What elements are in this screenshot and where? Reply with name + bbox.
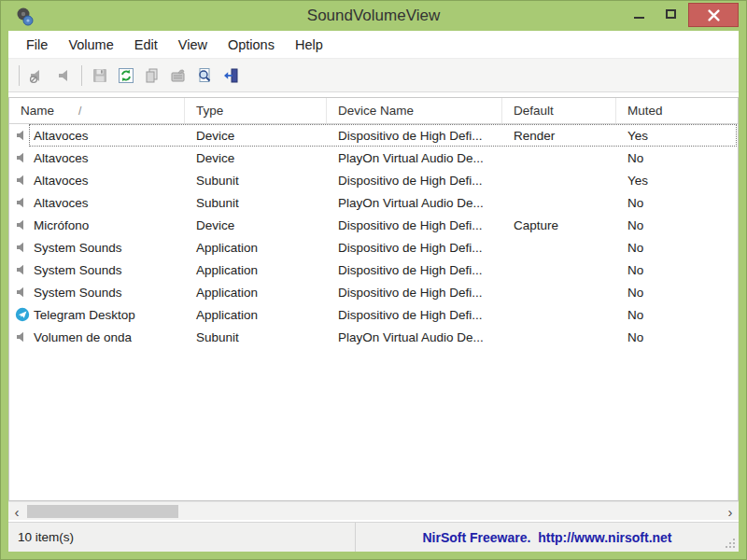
close-button[interactable] — [688, 3, 739, 27]
scroll-right-icon[interactable]: › — [722, 502, 739, 521]
speaker-icon — [15, 285, 30, 300]
row-type: Device — [185, 151, 327, 165]
row-muted: No — [616, 151, 738, 165]
find-button[interactable] — [191, 63, 218, 89]
save-button[interactable] — [87, 63, 113, 89]
app-window: SoundVolumeView File Volume Edit View Op… — [0, 0, 747, 560]
row-name: Volumen de onda — [34, 330, 132, 344]
column-header-muted[interactable]: Muted — [616, 98, 738, 123]
find-icon — [195, 66, 214, 85]
row-device: Dispositivo de High Defi... — [327, 129, 502, 143]
row-type: Subunit — [185, 330, 327, 344]
minimize-button[interactable] — [625, 1, 653, 27]
menu-options[interactable]: Options — [218, 31, 285, 58]
row-type: Subunit — [185, 196, 327, 210]
speaker-icon — [15, 195, 30, 210]
toolbar-grip — [19, 65, 20, 86]
table-row[interactable]: Altavoces Subunit Dispositivo de High De… — [9, 169, 738, 191]
title-bar[interactable]: SoundVolumeView — [1, 1, 746, 31]
row-device: Dispositivo de High Defi... — [327, 263, 502, 277]
row-device: Dispositivo de High Defi... — [327, 174, 502, 188]
resize-grip[interactable] — [726, 539, 735, 548]
table-row[interactable]: Altavoces Subunit PlayOn Virtual Audio D… — [9, 191, 738, 214]
row-name: System Sounds — [34, 241, 122, 255]
save-icon — [91, 66, 109, 85]
row-muted: Yes — [616, 129, 738, 143]
row-name: Altavoces — [34, 151, 89, 165]
row-muted: No — [616, 286, 738, 300]
row-name: Telegram Desktop — [34, 308, 135, 322]
horizontal-scrollbar[interactable]: ‹ › — [8, 501, 739, 520]
table-row[interactable]: System Sounds Application Dispositivo de… — [9, 236, 738, 259]
column-label: Name — [21, 104, 54, 118]
copy-icon — [143, 66, 162, 85]
status-bar: 10 item(s) NirSoft Freeware. http://www.… — [8, 522, 739, 552]
item-count: 10 item(s) — [8, 523, 356, 552]
table-row[interactable]: Micrófono Device Dispositivo de High Def… — [9, 214, 738, 236]
table-row[interactable]: System Sounds Application Dispositivo de… — [9, 281, 738, 303]
table-row[interactable]: System Sounds Application Dispositivo de… — [9, 259, 738, 281]
row-device: PlayOn Virtual Audio De... — [327, 196, 502, 210]
scrollbar-thumb[interactable] — [27, 505, 178, 518]
toolbar-separator — [81, 65, 82, 86]
maximize-button[interactable] — [656, 1, 684, 27]
row-device: Dispositivo de High Defi... — [327, 286, 502, 300]
speaker-icon — [15, 217, 30, 232]
row-device: Dispositivo de High Defi... — [327, 218, 502, 232]
telegram-icon — [15, 307, 30, 322]
menu-edit[interactable]: Edit — [124, 31, 168, 58]
mute-button[interactable] — [24, 63, 50, 89]
row-device: PlayOn Virtual Audio De... — [327, 151, 502, 165]
column-header-name[interactable]: Name / — [9, 98, 185, 123]
refresh-button[interactable] — [113, 63, 139, 89]
menu-help[interactable]: Help — [285, 31, 333, 58]
row-type: Application — [185, 308, 327, 322]
row-muted: No — [616, 330, 738, 344]
row-name: Micrófono — [34, 218, 89, 232]
table-row[interactable]: Telegram Desktop Application Dispositivo… — [9, 303, 738, 326]
row-type: Subunit — [185, 174, 327, 188]
list-header: Name / Type Device Name Default Muted — [9, 98, 738, 124]
table-row[interactable]: Volumen de onda Subunit PlayOn Virtual A… — [9, 326, 738, 348]
column-header-device[interactable]: Device Name — [327, 98, 502, 123]
row-type: Application — [185, 241, 327, 255]
speaker-icon — [15, 150, 30, 165]
mute-icon — [28, 66, 47, 85]
row-default: Capture — [502, 218, 616, 232]
row-name: System Sounds — [34, 286, 122, 300]
table-row[interactable]: Altavoces Device PlayOn Virtual Audio De… — [9, 147, 738, 169]
properties-button[interactable] — [165, 63, 191, 89]
exit-icon — [221, 66, 240, 85]
row-device: Dispositivo de High Defi... — [327, 308, 502, 322]
sort-ascending-icon: / — [78, 105, 81, 118]
row-type: Device — [185, 129, 327, 143]
row-type: Device — [185, 218, 327, 232]
unmute-button[interactable] — [50, 63, 77, 89]
device-list: Name / Type Device Name Default Muted — [8, 97, 739, 501]
menu-file[interactable]: File — [16, 31, 58, 58]
row-muted: No — [616, 218, 738, 232]
menu-view[interactable]: View — [168, 31, 218, 58]
speaker-icon — [15, 240, 30, 255]
scroll-left-icon[interactable]: ‹ — [8, 502, 25, 521]
row-muted: Yes — [616, 174, 738, 188]
minimize-icon — [634, 17, 644, 19]
column-header-type[interactable]: Type — [185, 98, 327, 123]
row-muted: No — [616, 196, 738, 210]
column-header-default[interactable]: Default — [502, 98, 616, 123]
row-muted: No — [616, 241, 738, 255]
exit-button[interactable] — [218, 63, 244, 89]
unmute-speaker-icon — [54, 66, 73, 85]
menu-volume[interactable]: Volume — [58, 31, 123, 58]
refresh-icon — [117, 66, 135, 85]
row-device: PlayOn Virtual Audio De... — [327, 330, 502, 344]
row-muted: No — [616, 263, 738, 277]
row-type: Application — [185, 286, 327, 300]
properties-icon — [169, 66, 188, 85]
nirsoft-link[interactable]: NirSoft Freeware. http://www.nirsoft.net — [422, 530, 671, 545]
table-row[interactable]: Altavoces Device Dispositivo de High Def… — [9, 124, 738, 147]
row-name: Altavoces — [34, 196, 89, 210]
row-device: Dispositivo de High Defi... — [327, 241, 502, 255]
copy-button[interactable] — [139, 63, 165, 89]
speaker-icon — [15, 329, 30, 344]
